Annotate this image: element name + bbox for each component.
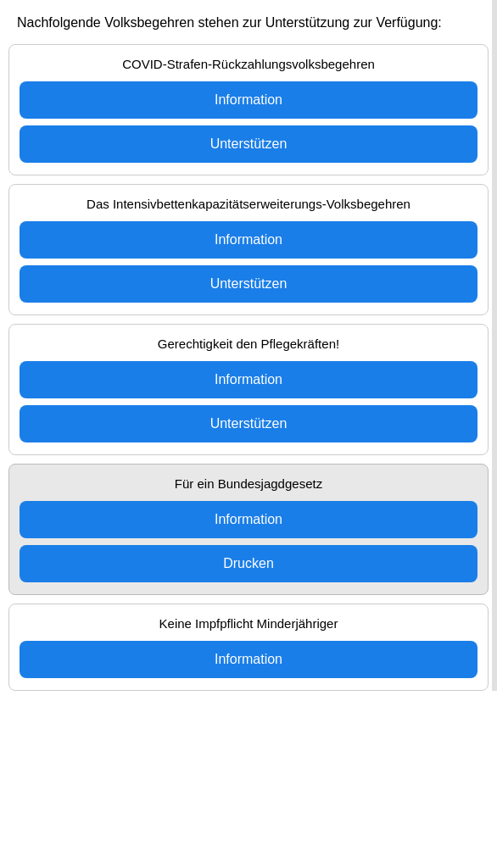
pflege-unterstuetzen-button[interactable]: Unterstützen [20,405,477,442]
pflege-information-button[interactable]: Information [20,361,477,398]
drucken-wrapper: Drucken [20,545,477,582]
intro-text: Nachfolgende Volksbegehren stehen zur Un… [0,0,497,44]
card-impf-title: Keine Impfpflicht Minderjähriger [20,615,477,632]
intensiv-information-button[interactable]: Information [20,221,477,259]
card-pflege: Gerechtigkeit den Pflegekräften! Informa… [8,324,489,455]
covid-information-button[interactable]: Information [20,81,477,119]
jagd-information-button[interactable]: Information [20,501,477,538]
card-intensiv: Das Intensivbettenkapazitätserweiterungs… [8,184,489,315]
card-intensiv-title: Das Intensivbettenkapazitätserweiterungs… [20,195,477,213]
card-jagd-title: Für ein Bundesjagdgesetz [20,475,477,492]
intensiv-unterstuetzen-button[interactable]: Unterstützen [20,265,477,303]
covid-unterstuetzen-button[interactable]: Unterstützen [20,125,477,163]
page-container: Nachfolgende Volksbegehren stehen zur Un… [0,0,497,691]
card-jagd: Für ein Bundesjagdgesetz Information Dru… [8,464,489,595]
jagd-drucken-button[interactable]: Drucken [20,545,477,582]
card-covid-title: COVID-Strafen-Rückzahlungsvolksbegehren [20,55,477,73]
card-covid: COVID-Strafen-Rückzahlungsvolksbegehren … [8,44,489,175]
card-impf: Keine Impfpflicht Minderjähriger Informa… [8,604,489,691]
scrollbar[interactable] [492,0,497,691]
impf-information-button[interactable]: Information [20,641,477,678]
card-pflege-title: Gerechtigkeit den Pflegekräften! [20,335,477,353]
